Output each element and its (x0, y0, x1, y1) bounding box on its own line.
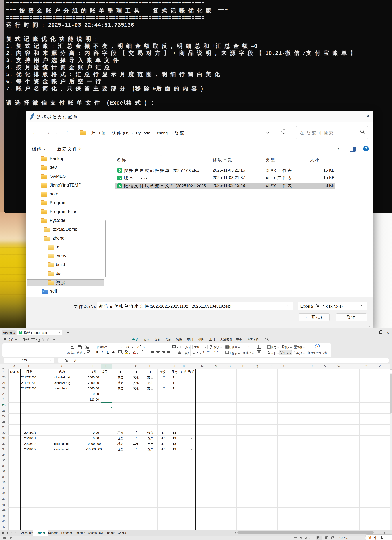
svg-text:A: A (133, 350, 135, 353)
